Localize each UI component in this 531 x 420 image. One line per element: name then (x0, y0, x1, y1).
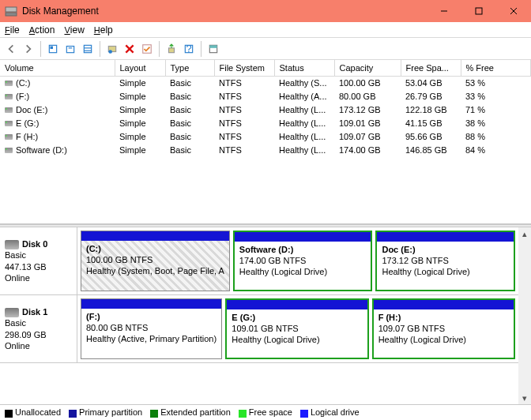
svg-point-14 (108, 50, 112, 54)
col-pct[interactable]: % Free (461, 60, 531, 76)
disk-row: Disk 0Basic447.13 GBOnline(C:)100.00 GB … (0, 227, 518, 295)
col-type[interactable]: Type (165, 60, 214, 76)
forward-button[interactable] (21, 41, 36, 57)
drive-icon (5, 107, 13, 113)
disk-map-pane[interactable]: Disk 0Basic447.13 GBOnline(C:)100.00 GB … (0, 227, 518, 404)
check-button[interactable] (139, 41, 155, 57)
window-title: Disk Management (22, 6, 427, 17)
app-icon (5, 6, 17, 17)
table-row[interactable]: Doc (E:) SimpleBasicNTFSHealthy (L...173… (0, 103, 531, 117)
drive-icon (5, 121, 13, 126)
partition[interactable]: Software (D:)174.00 GB NTFSHealthy (Logi… (233, 231, 373, 291)
col-capacity[interactable]: Capacity (334, 60, 401, 76)
menu-file[interactable]: File (5, 24, 20, 36)
disk-icon (5, 240, 19, 249)
vertical-scrollbar[interactable]: ▴ ▾ (518, 227, 531, 404)
svg-rect-8 (66, 46, 73, 52)
scroll-down-icon[interactable]: ▾ (518, 392, 531, 404)
extend-button[interactable] (164, 41, 179, 57)
disk-row: Disk 1Basic298.09 GBOnline(F:)80.00 GB N… (0, 295, 518, 363)
drive-icon (5, 134, 13, 140)
drive-icon (5, 94, 13, 99)
titlebar[interactable]: Disk Management (0, 0, 531, 22)
partition[interactable]: (C:)100.00 GB NTFSHealthy (System, Boot,… (81, 231, 230, 291)
disk-icon (5, 308, 19, 317)
scroll-up-icon[interactable]: ▴ (518, 227, 531, 240)
col-status[interactable]: Status (274, 60, 334, 76)
svg-rect-20 (209, 45, 217, 48)
svg-rect-1 (6, 13, 17, 16)
properties-button[interactable] (62, 41, 78, 57)
partition[interactable]: E (G:)109.01 GB NTFSHealthy (Logical Dri… (225, 298, 368, 359)
col-free[interactable]: Free Spa... (401, 60, 461, 76)
partition[interactable]: Doc (E:)173.12 GB NTFSHealthy (Logical D… (375, 231, 515, 291)
svg-rect-3 (476, 8, 482, 14)
svg-rect-10 (84, 45, 91, 52)
drive-icon (5, 81, 13, 86)
close-button[interactable] (496, 0, 531, 22)
help-icon-button[interactable]: ? (181, 41, 197, 57)
menu-action[interactable]: Action (29, 24, 55, 36)
volume-table: Volume Layout Type File System Status Ca… (0, 60, 531, 157)
back-button[interactable] (3, 41, 19, 57)
partition[interactable]: F (H:)109.07 GB NTFSHealthy (Logical Dri… (372, 298, 515, 359)
menu-help[interactable]: Help (94, 24, 113, 36)
svg-rect-0 (6, 7, 17, 12)
col-volume[interactable]: Volume (0, 60, 115, 76)
refresh-button[interactable] (45, 41, 61, 57)
col-fs[interactable]: File System (214, 60, 274, 76)
table-row[interactable]: Software (D:) SimpleBasicNTFSHealthy (L.… (0, 144, 531, 157)
table-row[interactable]: E (G:) SimpleBasicNTFSHealthy (L...109.0… (0, 117, 531, 130)
legend: Unallocated Primary partition Extended p… (0, 404, 531, 420)
svg-rect-7 (51, 46, 54, 49)
col-layout[interactable]: Layout (115, 60, 165, 76)
menubar: File Action View Help (0, 22, 531, 38)
table-row[interactable]: (F:) SimpleBasicNTFSHealthy (A...80.00 G… (0, 90, 531, 103)
volume-list-pane[interactable]: Volume Layout Type File System Status Ca… (0, 60, 531, 224)
maximize-button[interactable] (461, 0, 496, 22)
minimize-button[interactable] (427, 0, 461, 22)
disk-label[interactable]: Disk 0Basic447.13 GBOnline (0, 227, 77, 294)
delete-button[interactable] (122, 41, 137, 57)
list-view-button[interactable] (80, 41, 96, 57)
partition[interactable]: (F:)80.00 GB NTFSHealthy (Active, Primar… (81, 298, 222, 359)
toolbar: ? (0, 38, 531, 60)
table-row[interactable]: (C:) SimpleBasicNTFSHealthy (S...100.00 … (0, 76, 531, 90)
svg-rect-16 (169, 47, 175, 52)
svg-text:?: ? (186, 43, 191, 54)
detail-button[interactable] (205, 41, 221, 57)
drive-icon (5, 148, 13, 153)
menu-view[interactable]: View (64, 24, 84, 36)
table-row[interactable]: F (H:) SimpleBasicNTFSHealthy (L...109.0… (0, 130, 531, 144)
disk-label[interactable]: Disk 1Basic298.09 GBOnline (0, 295, 77, 362)
settings-button[interactable] (104, 41, 120, 57)
table-header-row[interactable]: Volume Layout Type File System Status Ca… (0, 60, 531, 76)
